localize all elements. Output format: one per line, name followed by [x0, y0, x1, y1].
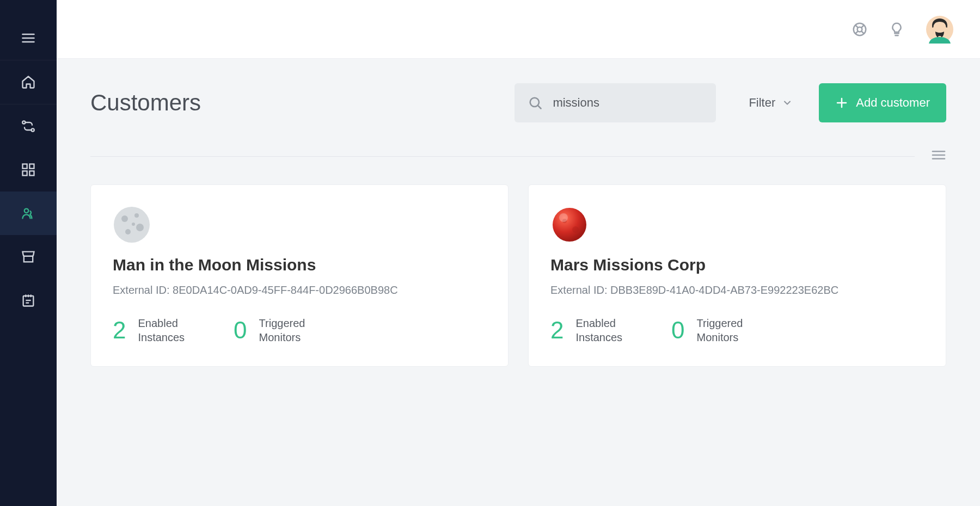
stat-triggered-monitors: 0 Triggered Monitors [234, 316, 305, 344]
lightbulb-icon [889, 21, 905, 38]
svg-point-36 [125, 229, 131, 235]
svg-point-37 [132, 223, 135, 226]
help-button[interactable] [852, 21, 868, 38]
svg-line-19 [855, 25, 858, 28]
svg-rect-5 [23, 164, 27, 169]
svg-line-22 [861, 31, 864, 34]
stat-triggered-monitors: 0 Triggered Monitors [671, 316, 743, 344]
plus-icon [835, 96, 848, 109]
stat-label: Triggered Monitors [697, 316, 743, 344]
page-title: Customers [90, 90, 201, 116]
list-view-icon [931, 150, 946, 161]
hamburger-icon [21, 30, 36, 46]
customer-name: Mars Missions Corp [550, 256, 924, 274]
svg-line-26 [538, 106, 541, 109]
page-header-row: Customers Filter Add customer [90, 83, 946, 122]
content: Customers Filter Add customer [57, 59, 980, 506]
stat-label: Triggered Monitors [259, 316, 305, 344]
search-box[interactable] [514, 83, 716, 122]
filter-button[interactable]: Filter [732, 83, 803, 122]
add-customer-button[interactable]: Add customer [819, 83, 946, 122]
svg-point-33 [121, 215, 128, 222]
svg-point-9 [24, 209, 28, 213]
svg-line-20 [861, 25, 864, 28]
lifebuoy-icon [852, 21, 868, 38]
sidebar-item-marketplace[interactable] [0, 235, 57, 279]
search-icon [528, 95, 543, 110]
sidebar [0, 0, 57, 506]
topbar [57, 0, 980, 59]
stat-label: Enabled Instances [575, 316, 622, 344]
svg-point-34 [134, 213, 139, 218]
svg-point-38 [553, 208, 586, 242]
stat-label: Enabled Instances [138, 316, 185, 344]
stat-number: 2 [550, 318, 564, 342]
customer-external-id: External ID: 8E0DA14C-0AD9-45FF-844F-0D2… [113, 284, 486, 297]
moon-icon [113, 206, 151, 244]
sidebar-item-integrations[interactable] [0, 104, 57, 148]
svg-rect-7 [23, 171, 27, 175]
add-customer-label: Add customer [856, 96, 930, 110]
user-avatar[interactable] [926, 15, 954, 44]
stat-number: 0 [234, 318, 247, 342]
grid-icon [21, 162, 36, 177]
divider [90, 156, 915, 157]
customer-icon [113, 206, 151, 244]
stat-number: 2 [113, 318, 126, 342]
avatar-icon [926, 15, 954, 44]
filter-label: Filter [749, 96, 775, 110]
storefront-icon [21, 249, 36, 264]
svg-line-21 [855, 31, 858, 34]
customer-card[interactable]: Mars Missions Corp External ID: DBB3E89D… [528, 184, 946, 367]
customer-card[interactable]: Man in the Moon Missions External ID: 8E… [90, 184, 509, 367]
stat-enabled-instances: 2 Enabled Instances [550, 316, 622, 344]
view-toggle-button[interactable] [915, 150, 946, 163]
stat-number: 0 [671, 318, 684, 342]
svg-point-35 [136, 224, 144, 231]
customer-external-id: External ID: DBB3E89D-41A0-4DD4-AB73-E99… [550, 284, 924, 297]
customer-cards: Man in the Moon Missions External ID: 8E… [90, 184, 946, 367]
sidebar-item-customers[interactable] [0, 192, 57, 235]
divider-row [90, 150, 946, 163]
svg-rect-6 [29, 164, 34, 169]
svg-point-18 [857, 27, 862, 32]
customer-stats: 2 Enabled Instances 0 Triggered Monitors [550, 316, 924, 344]
users-icon [21, 206, 36, 221]
flow-icon [21, 119, 36, 134]
customer-icon [550, 206, 589, 244]
notepad-icon [21, 293, 36, 308]
tips-button[interactable] [889, 21, 905, 38]
svg-point-32 [114, 207, 150, 243]
svg-rect-10 [24, 256, 33, 262]
sidebar-item-logs[interactable] [0, 279, 57, 322]
svg-point-39 [572, 226, 579, 233]
home-icon [21, 75, 36, 90]
customer-stats: 2 Enabled Instances 0 Triggered Monitors [113, 316, 486, 344]
sidebar-item-components[interactable] [0, 148, 57, 192]
chevron-down-icon [782, 97, 793, 108]
sidebar-menu-toggle[interactable] [0, 16, 57, 60]
sidebar-item-home[interactable] [0, 60, 57, 104]
svg-rect-8 [29, 171, 34, 175]
main-column: Customers Filter Add customer [57, 0, 980, 506]
customer-name: Man in the Moon Missions [113, 256, 486, 274]
mars-icon [550, 206, 589, 244]
svg-point-41 [559, 213, 568, 222]
search-input[interactable] [553, 96, 703, 110]
stat-enabled-instances: 2 Enabled Instances [113, 316, 185, 344]
